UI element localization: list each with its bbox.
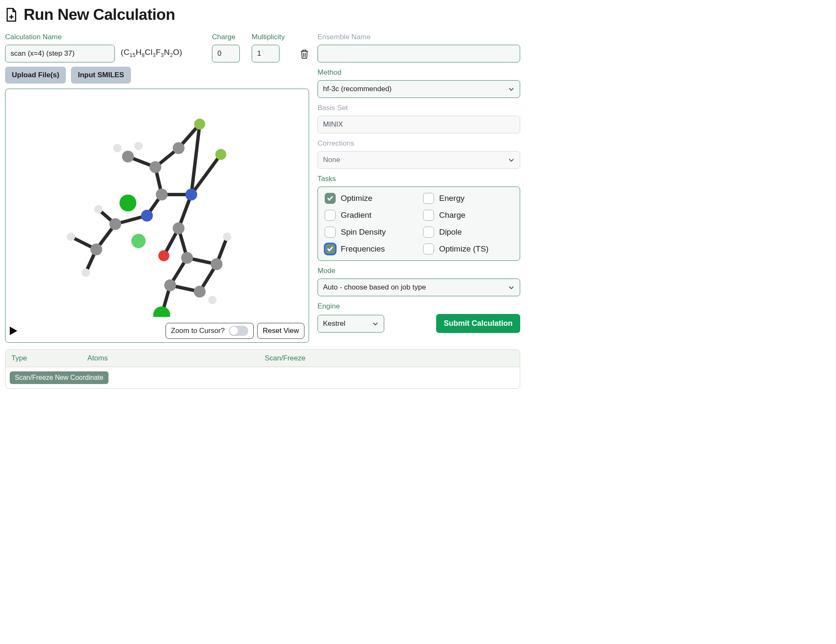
engine-value: Kestrel [323, 319, 345, 328]
svg-point-48 [164, 279, 176, 291]
svg-point-47 [158, 250, 169, 261]
svg-point-32 [173, 222, 185, 234]
corrections-select: None [318, 151, 520, 169]
task-item: Gradient [325, 210, 415, 221]
multiplicity-label: Multiplicity [252, 33, 294, 41]
calc-name-input[interactable] [5, 45, 115, 62]
page-header: Run New Calculation [5, 6, 520, 24]
svg-point-29 [156, 189, 168, 200]
task-item: Spin Density [325, 227, 415, 238]
svg-point-27 [149, 161, 161, 173]
column-atoms: Atoms [87, 354, 256, 363]
basis-set-input: MINIX [318, 116, 520, 133]
task-label: Energy [439, 194, 464, 203]
reset-view-button[interactable]: Reset View [257, 323, 304, 339]
svg-point-50 [208, 296, 217, 304]
calc-name-label: Calculation Name [5, 33, 115, 41]
task-checkbox[interactable] [423, 210, 434, 221]
zoom-to-cursor-toggle[interactable]: Zoom to Cursor? [166, 323, 254, 339]
molecule-rendering [56, 106, 250, 317]
svg-point-31 [141, 210, 153, 222]
method-label: Method [318, 68, 520, 77]
task-label: Charge [439, 211, 465, 220]
chevron-down-icon [372, 320, 379, 327]
column-scan-freeze: Scan/Freeze [265, 354, 514, 363]
svg-point-26 [122, 151, 134, 162]
task-label: Spin Density [341, 227, 386, 237]
upload-files-button[interactable]: Upload File(s) [5, 67, 66, 84]
svg-point-49 [194, 286, 206, 298]
task-item: Optimize (TS) [423, 244, 513, 254]
ensemble-name-label: Ensemble Name [318, 33, 520, 41]
mode-value: Auto - choose based on job type [323, 283, 426, 292]
svg-point-39 [131, 234, 146, 248]
task-checkbox[interactable] [325, 244, 336, 254]
new-file-icon [5, 7, 18, 22]
table-header: Type Atoms Scan/Freeze [5, 350, 520, 367]
scan-freeze-table: Type Atoms Scan/Freeze Scan/Freeze New C… [5, 349, 520, 389]
task-checkbox[interactable] [325, 210, 336, 221]
chevron-down-icon [508, 157, 515, 163]
page-title: Run New Calculation [24, 6, 175, 24]
svg-point-35 [81, 268, 90, 277]
task-label: Gradient [341, 211, 372, 220]
task-label: Optimize (TS) [439, 244, 489, 254]
play-icon[interactable] [10, 327, 17, 335]
charge-label: Charge [212, 33, 246, 41]
svg-point-40 [194, 119, 205, 130]
trash-icon [300, 49, 309, 59]
task-item: Dipole [423, 227, 513, 238]
svg-point-38 [119, 195, 136, 211]
svg-point-41 [215, 149, 226, 160]
tasks-box: OptimizeEnergyGradientChargeSpin Density… [318, 187, 520, 261]
mode-select[interactable]: Auto - choose based on job type [318, 279, 520, 296]
engine-select[interactable]: Kestrel [318, 315, 384, 333]
svg-point-33 [109, 218, 121, 230]
svg-point-34 [90, 244, 102, 255]
basis-set-label: Basis Set [318, 104, 520, 112]
svg-point-42 [134, 142, 143, 150]
svg-point-30 [185, 189, 197, 200]
task-item: Energy [423, 193, 513, 204]
delete-button[interactable] [300, 49, 309, 59]
svg-point-43 [113, 144, 122, 152]
task-label: Optimize [341, 194, 372, 203]
task-item: Optimize [325, 193, 415, 204]
tasks-label: Tasks [318, 175, 520, 183]
column-type: Type [11, 354, 79, 363]
svg-marker-52 [10, 327, 17, 335]
multiplicity-input[interactable] [252, 45, 280, 62]
task-item: Charge [423, 210, 513, 221]
corrections-value: None [323, 156, 340, 164]
svg-point-28 [173, 142, 185, 154]
corrections-label: Corrections [318, 139, 520, 148]
method-select[interactable]: hf-3c (recommended) [318, 80, 520, 98]
task-checkbox[interactable] [325, 227, 336, 238]
scan-freeze-new-coordinate-button[interactable]: Scan/Freeze New Coordinate [10, 371, 109, 384]
zoom-to-cursor-label: Zoom to Cursor? [171, 327, 225, 335]
svg-point-51 [153, 306, 170, 317]
input-smiles-button[interactable]: Input SMILES [71, 67, 131, 84]
chevron-down-icon [508, 86, 515, 92]
mode-label: Mode [318, 267, 520, 275]
chevron-down-icon [508, 284, 515, 291]
task-checkbox[interactable] [325, 193, 336, 204]
task-checkbox[interactable] [423, 244, 434, 254]
method-value: hf-3c (recommended) [323, 85, 392, 93]
ensemble-name-input[interactable] [318, 45, 520, 62]
svg-point-36 [67, 233, 75, 241]
task-checkbox[interactable] [423, 227, 434, 238]
task-checkbox[interactable] [423, 193, 434, 204]
svg-point-37 [94, 205, 103, 214]
molecular-formula: (C15H8Cl3F3N2O) [121, 48, 182, 62]
task-label: Frequencies [341, 244, 385, 254]
engine-label: Engine [318, 302, 520, 311]
toggle-switch[interactable] [229, 326, 248, 336]
submit-calculation-button[interactable]: Submit Calculation [436, 314, 520, 333]
svg-point-44 [181, 252, 193, 264]
task-label: Dipole [439, 227, 462, 237]
svg-point-46 [223, 233, 231, 241]
molecule-viewer[interactable]: Zoom to Cursor? Reset View [5, 89, 309, 343]
task-item: Frequencies [325, 244, 415, 254]
charge-input[interactable] [212, 45, 240, 62]
